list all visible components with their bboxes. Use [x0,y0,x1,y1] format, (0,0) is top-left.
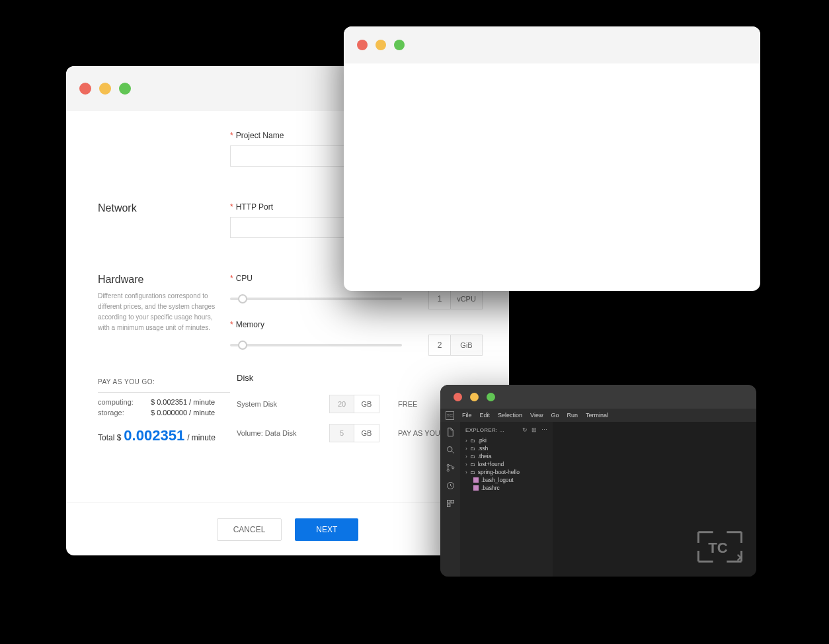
debug-icon[interactable] [446,481,455,491]
explorer-panel: EXPLORER: … ↻ ⊞ ⋯ ›🗀.pki›🗀.ssh›🗀.theia›🗀… [460,422,553,577]
svg-point-3 [452,467,454,469]
tree-item[interactable]: ›🗀spring-boot-hello [460,468,553,476]
editor-area: TC [553,422,756,577]
files-icon[interactable] [446,427,455,437]
maximize-icon[interactable] [394,40,405,50]
tree-item[interactable]: ›🗀lost+found [460,460,553,468]
memory-value-input[interactable] [428,335,451,356]
refresh-icon[interactable]: ↻ [522,426,528,433]
tree-item[interactable]: ›🗀.pki [460,436,553,444]
new-folder-icon[interactable]: ⊞ [532,426,537,433]
menu-run[interactable]: Run [567,412,578,419]
svg-point-0 [447,447,452,452]
minimize-icon[interactable] [375,40,386,50]
svg-text:TC: TC [708,540,728,556]
cancel-button[interactable]: CANCEL [217,518,282,541]
svg-rect-6 [451,501,454,503]
system-disk-value [329,395,354,413]
close-icon[interactable] [357,40,368,50]
minimize-icon[interactable] [470,393,479,401]
close-icon[interactable] [454,393,462,401]
explorer-label: EXPLORER: … [465,427,504,433]
memory-label: *Memory [230,320,483,329]
source-control-icon[interactable] [446,463,455,473]
menu-selection[interactable]: Selection [498,412,522,419]
next-button[interactable]: NEXT [295,518,358,541]
total-row: Total $ 0.002351 / minute [98,427,230,444]
tree-item[interactable]: .bashrc [460,484,553,492]
disk-title: Disk [237,373,483,383]
titlebar [344,26,760,63]
hardware-desc: Different configurations correspond to d… [98,291,217,333]
pay-table: computing:$ 0.002351 / minute storage:$ … [98,392,230,418]
cpu-unit: vCPU [451,288,483,309]
svg-rect-7 [447,504,450,506]
ide-logo-icon: TC [446,411,454,420]
tree-item[interactable]: ›🗀.theia [460,452,553,460]
data-disk-value [329,424,354,442]
search-icon[interactable] [446,445,455,455]
memory-slider[interactable] [230,344,402,346]
pay-title: PAY AS YOU GO: [98,378,230,385]
svg-point-2 [447,469,449,471]
svg-point-1 [447,464,449,466]
titlebar [440,385,756,409]
network-title: Network [98,202,230,214]
collapse-icon[interactable]: ⋯ [541,426,547,433]
hardware-title: Hardware [98,274,230,286]
tree-item[interactable]: .bash_logout [460,476,553,484]
menu-terminal[interactable]: Terminal [586,412,608,419]
memory-unit: GiB [451,335,483,356]
maximize-icon[interactable] [119,83,131,95]
ide-menubar: TC File Edit Selection View Go Run Termi… [440,409,756,422]
activity-bar [440,422,460,577]
cpu-value-input[interactable] [428,288,451,309]
cpu-slider[interactable] [230,298,402,300]
svg-rect-5 [447,501,450,503]
menu-file[interactable]: File [462,412,472,419]
close-icon[interactable] [79,83,91,95]
tree-item[interactable]: ›🗀.ssh [460,444,553,452]
menu-go[interactable]: Go [551,412,559,419]
ide-window: TC File Edit Selection View Go Run Termi… [440,385,756,577]
blank-window [344,26,760,291]
maximize-icon[interactable] [487,393,495,401]
extensions-icon[interactable] [446,499,455,508]
minimize-icon[interactable] [99,83,111,95]
menu-view[interactable]: View [530,412,543,419]
tc-watermark-icon: TC [695,529,744,565]
menu-edit[interactable]: Edit [480,412,491,419]
